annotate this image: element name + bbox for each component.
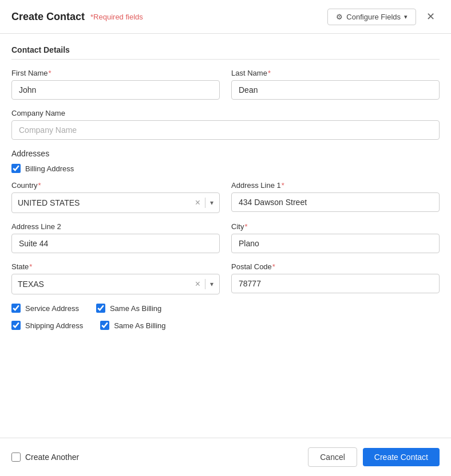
city-required-star: * bbox=[244, 222, 247, 231]
postal-required-star: * bbox=[272, 262, 275, 271]
state-label: State* bbox=[11, 262, 220, 271]
company-name-label: Company Name bbox=[11, 109, 440, 117]
company-name-group: Company Name bbox=[11, 109, 440, 140]
shipping-same-as-billing-label[interactable]: Same As Billing bbox=[114, 321, 165, 330]
configure-fields-button[interactable]: ⚙ Configure Fields ▾ bbox=[327, 9, 416, 25]
required-fields-note: *Required fields bbox=[90, 13, 143, 21]
modal-header: Create Contact *Required fields ⚙ Config… bbox=[0, 0, 451, 34]
configure-fields-label: Configure Fields bbox=[346, 13, 401, 21]
create-another-checkbox[interactable] bbox=[11, 453, 21, 462]
page-title: Create Contact bbox=[11, 11, 85, 23]
addresses-label: Addresses bbox=[11, 149, 440, 158]
postal-code-label: Postal Code* bbox=[231, 262, 440, 271]
service-same-as-billing-label[interactable]: Same As Billing bbox=[110, 304, 161, 313]
address-line1-input[interactable] bbox=[231, 192, 440, 212]
address-line2-group: Address Line 2 bbox=[11, 222, 220, 253]
contact-details-heading: Contact Details bbox=[11, 45, 440, 60]
chevron-down-icon: ▾ bbox=[210, 199, 213, 207]
city-label: City* bbox=[231, 222, 440, 231]
last-name-group: Last Name* bbox=[231, 69, 440, 100]
chevron-down-icon: ▾ bbox=[404, 13, 408, 21]
first-name-group: First Name* bbox=[11, 69, 220, 100]
address2-city-row: Address Line 2 City* bbox=[11, 222, 440, 253]
shipping-same-as-billing-item: Same As Billing bbox=[100, 321, 165, 330]
addresses-section: Addresses Billing Address Country* UNITE… bbox=[11, 149, 440, 330]
gear-icon: ⚙ bbox=[336, 13, 343, 21]
shipping-address-row: Shipping Address Same As Billing bbox=[11, 321, 440, 330]
billing-address-checkbox[interactable] bbox=[11, 164, 21, 173]
select-divider-state bbox=[205, 279, 205, 289]
create-another-group: Create Another bbox=[11, 453, 79, 462]
last-name-label: Last Name* bbox=[231, 69, 440, 77]
billing-address-label[interactable]: Billing Address bbox=[25, 164, 74, 173]
shipping-address-item: Shipping Address bbox=[11, 321, 83, 330]
address-line2-input[interactable] bbox=[11, 234, 220, 253]
service-address-item: Service Address bbox=[11, 304, 79, 313]
shipping-address-label[interactable]: Shipping Address bbox=[25, 321, 83, 330]
shipping-same-as-billing-checkbox[interactable] bbox=[100, 321, 109, 330]
billing-address-checkbox-row: Billing Address bbox=[11, 164, 440, 173]
country-label: Country* bbox=[11, 181, 220, 190]
header-right: ⚙ Configure Fields ▾ ✕ bbox=[327, 8, 440, 25]
select-divider bbox=[205, 198, 205, 208]
first-name-input[interactable] bbox=[11, 80, 220, 100]
company-row: Company Name bbox=[11, 109, 440, 140]
header-left: Create Contact *Required fields bbox=[11, 11, 143, 23]
first-name-label: First Name* bbox=[11, 69, 220, 77]
service-address-label[interactable]: Service Address bbox=[25, 304, 79, 313]
close-button[interactable]: ✕ bbox=[422, 8, 440, 25]
postal-code-input[interactable] bbox=[231, 274, 440, 293]
create-another-label[interactable]: Create Another bbox=[25, 453, 79, 462]
city-group: City* bbox=[231, 222, 440, 253]
state-required-star: * bbox=[29, 262, 32, 271]
address-line2-label: Address Line 2 bbox=[11, 222, 220, 231]
first-name-required-star: * bbox=[49, 69, 52, 77]
country-group: Country* UNITED STATES × ▾ bbox=[11, 181, 220, 213]
country-required-star: * bbox=[38, 181, 41, 190]
state-group: State* TEXAS × ▾ bbox=[11, 262, 220, 294]
state-clear-icon[interactable]: × bbox=[195, 280, 200, 289]
close-icon: ✕ bbox=[426, 11, 435, 22]
service-same-as-billing-checkbox[interactable] bbox=[96, 304, 105, 313]
modal-footer: Create Another Cancel Create Contact bbox=[0, 438, 451, 476]
cancel-button[interactable]: Cancel bbox=[308, 447, 357, 467]
last-name-required-star: * bbox=[268, 69, 271, 77]
last-name-input[interactable] bbox=[231, 80, 440, 100]
address-line1-label: Address Line 1* bbox=[231, 181, 440, 190]
country-address1-row: Country* UNITED STATES × ▾ Address Line … bbox=[11, 181, 440, 213]
service-address-checkbox[interactable] bbox=[11, 304, 21, 313]
postal-code-group: Postal Code* bbox=[231, 262, 440, 294]
shipping-address-checkbox[interactable] bbox=[11, 321, 21, 330]
country-clear-icon[interactable]: × bbox=[195, 198, 200, 207]
address-line1-required-star: * bbox=[282, 181, 284, 190]
service-address-row: Service Address Same As Billing bbox=[11, 304, 440, 313]
city-input[interactable] bbox=[231, 234, 440, 253]
country-value: UNITED STATES bbox=[18, 198, 195, 207]
chevron-down-icon: ▾ bbox=[210, 280, 213, 288]
address-line1-group: Address Line 1* bbox=[231, 181, 440, 213]
create-contact-button[interactable]: Create Contact bbox=[363, 448, 440, 466]
name-row: First Name* Last Name* bbox=[11, 69, 440, 100]
form-content: Contact Details First Name* Last Name* C… bbox=[0, 34, 451, 349]
state-select[interactable]: TEXAS × ▾ bbox=[11, 274, 220, 294]
service-same-as-billing-item: Same As Billing bbox=[96, 304, 161, 313]
state-postal-row: State* TEXAS × ▾ Postal Code* bbox=[11, 262, 440, 294]
state-value: TEXAS bbox=[18, 280, 195, 289]
country-select[interactable]: UNITED STATES × ▾ bbox=[11, 192, 220, 213]
company-name-input[interactable] bbox=[11, 120, 440, 140]
